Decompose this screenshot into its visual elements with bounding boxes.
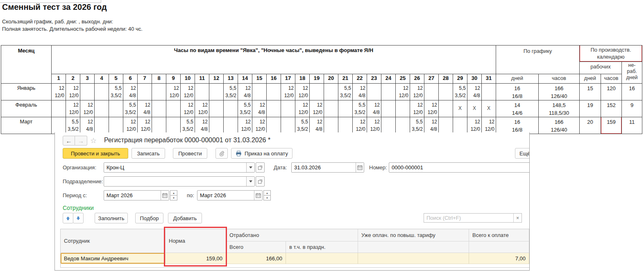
norm-cell[interactable]: 159,00 xyxy=(166,253,226,264)
calendar-nonwork-days-cell: 16 xyxy=(622,84,642,100)
open-icon xyxy=(258,165,263,170)
month-row: Январь1212/01212/05,53,5/2124/81212/0121… xyxy=(1,84,642,100)
day-cell xyxy=(367,84,381,100)
pay-order-button[interactable]: Приказ на оплату xyxy=(231,148,293,159)
department-dropdown-button[interactable] xyxy=(246,177,254,186)
day-cell xyxy=(152,84,166,100)
attachments-button[interactable] xyxy=(215,148,228,159)
day-cell xyxy=(52,100,66,117)
spinner-up-icon[interactable]: ▴ xyxy=(263,190,271,196)
day-number-header: 5 xyxy=(109,74,123,84)
save-button[interactable]: Записать xyxy=(132,148,165,159)
schedule-hours-cell: 166126/40 xyxy=(539,84,580,100)
number-field[interactable]: 0000-000001 xyxy=(389,162,530,173)
day-number-header: 21 xyxy=(338,74,353,84)
organization-open-button[interactable] xyxy=(256,162,265,173)
date-field[interactable]: 31.03.2026 xyxy=(291,162,364,173)
add-button[interactable]: Добавить xyxy=(168,213,202,223)
period-from-label: Период с: xyxy=(63,190,87,200)
calendar-work-days-cell: 20 xyxy=(580,117,601,134)
spinner-down-icon[interactable]: ▾ xyxy=(263,196,271,200)
day-number-header: 15 xyxy=(252,74,267,84)
organization-field[interactable]: Крон-Ц xyxy=(104,162,255,173)
back-arrow-icon: ← xyxy=(66,137,72,144)
day-cell xyxy=(152,117,166,134)
day-cell: 124/8 xyxy=(424,117,439,134)
employee-name-cell[interactable]: Ведов Максим Андреевич xyxy=(61,253,166,264)
move-up-button[interactable] xyxy=(63,213,73,223)
close-icon: × xyxy=(516,215,519,221)
pick-button[interactable]: Подбор xyxy=(135,213,163,223)
day-cell: 1212/0 xyxy=(467,117,482,134)
spinner-up-icon[interactable]: ▴ xyxy=(170,190,177,196)
day-cell: 124/8 xyxy=(195,117,209,134)
day-number-header: 4 xyxy=(95,74,109,84)
day-number-header: 11 xyxy=(195,74,209,84)
day-number-header: 13 xyxy=(224,74,238,84)
organization-dropdown-button[interactable] xyxy=(246,163,254,172)
printer-icon xyxy=(236,150,242,157)
period-to-spinner[interactable]: ▴ ▾ xyxy=(263,190,271,200)
month-label: Февраль xyxy=(1,100,52,117)
day-number-header: 7 xyxy=(138,74,152,84)
day-cell xyxy=(396,117,410,134)
post-button[interactable]: Провести xyxy=(173,148,207,159)
worked-holidays-cell[interactable] xyxy=(286,253,358,264)
day-number-header: 6 xyxy=(123,74,138,84)
day-number-header: 1 xyxy=(52,74,66,84)
day-cell: 1212/0 xyxy=(396,84,410,100)
day-cell xyxy=(209,117,224,134)
forward-button[interactable]: → xyxy=(75,136,87,146)
period-from-spinner[interactable]: ▴ ▾ xyxy=(170,190,177,200)
month-label: Январь xyxy=(1,84,52,100)
already-paid-cell[interactable] xyxy=(358,253,469,264)
department-open-button[interactable] xyxy=(256,176,265,187)
day-cell: 124/8 xyxy=(367,100,381,117)
by-schedule-header: По графику xyxy=(496,46,580,74)
already-paid-column-header[interactable]: Уже оплач. по повыш. тарифу xyxy=(358,229,469,241)
day-cell: 1212/0 xyxy=(410,84,424,100)
back-button[interactable]: ← xyxy=(63,136,75,146)
day-cell xyxy=(439,84,453,100)
by-calendar-header: По производств. календарю xyxy=(580,46,642,62)
day-cell xyxy=(109,100,123,117)
norm-column-header[interactable]: Норма xyxy=(166,229,226,253)
search-input[interactable] xyxy=(424,214,513,222)
employee-column-header[interactable]: Сотрудник xyxy=(61,229,166,253)
calendar-icon xyxy=(162,193,168,198)
worked-total-cell[interactable]: 166,00 xyxy=(226,253,286,264)
period-from-field[interactable]: Март 2026 xyxy=(104,190,169,200)
move-down-button[interactable] xyxy=(73,213,84,223)
fill-button[interactable]: Заполнить xyxy=(95,213,128,223)
period-from-calendar-button[interactable] xyxy=(161,191,169,200)
total-pay-column-header[interactable]: Всего к оплате xyxy=(469,229,529,241)
spinner-down-icon[interactable]: ▾ xyxy=(170,196,177,200)
worked-column-header[interactable]: Отработано xyxy=(226,229,358,241)
day-cell: 1212/0 xyxy=(195,100,209,117)
day-number-header: 9 xyxy=(166,74,181,84)
date-calendar-button[interactable] xyxy=(356,163,364,172)
employees-table-wrapper: Сотрудник Норма Отработано Уже оплач. по… xyxy=(60,229,530,268)
period-to-calendar-button[interactable] xyxy=(254,191,262,200)
total-pay-cell[interactable]: 7,00 xyxy=(469,253,529,264)
day-cell xyxy=(209,84,224,100)
day-cell xyxy=(381,100,396,117)
favorite-star-icon[interactable]: ☆ xyxy=(90,136,97,145)
more-button[interactable]: Ещё xyxy=(515,148,530,159)
day-number-header: 20 xyxy=(324,74,338,84)
day-cell xyxy=(80,84,95,100)
calendar-icon xyxy=(357,165,363,170)
day-cell: 1212/0 xyxy=(66,100,80,117)
period-to-field[interactable]: Март 2026 xyxy=(197,190,263,200)
schedule-hours-cell: 148,5118,5/30 xyxy=(539,100,580,117)
department-field[interactable] xyxy=(104,176,255,187)
hours-format-header: Часы по видам времени "Явка", "Ночные ча… xyxy=(52,46,496,74)
day-cell: 1212/0 xyxy=(138,117,152,134)
search-clear-button[interactable]: × xyxy=(513,214,522,222)
post-and-close-button[interactable]: Провести и закрыть xyxy=(63,148,128,159)
day-cell: 1212/0 xyxy=(424,100,439,117)
empty-header-cell xyxy=(469,241,529,253)
paperclip-icon xyxy=(219,150,224,157)
worked-total-column-header[interactable]: Всего xyxy=(226,241,286,253)
worked-holidays-column-header[interactable]: в т.ч. в праздн. xyxy=(286,241,358,253)
